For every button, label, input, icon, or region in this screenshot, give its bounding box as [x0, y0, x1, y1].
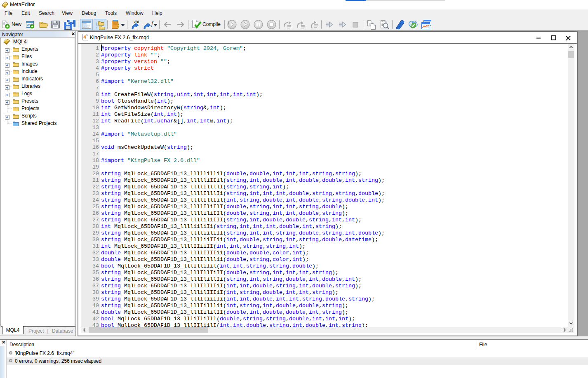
svg-text:var: var — [134, 19, 140, 24]
svg-text:4: 4 — [84, 35, 87, 40]
